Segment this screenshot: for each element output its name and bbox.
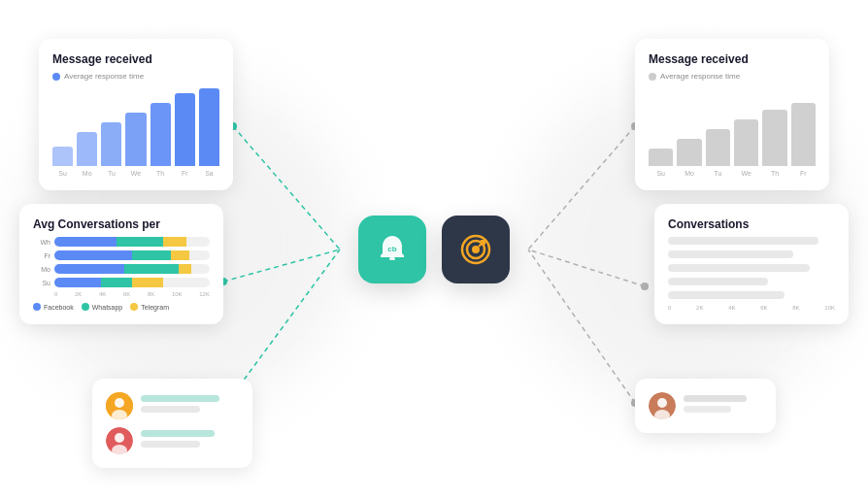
h-bar-row-2: Fr — [33, 250, 210, 260]
contact-lines-2 — [141, 430, 239, 451]
callbell-svg: cb — [375, 232, 410, 267]
legend-dot-facebook — [33, 303, 41, 311]
legend-dot-whatsapp — [82, 303, 89, 311]
card-title-msg-left: Message received — [52, 52, 219, 66]
card-title-msg-right: Message received — [649, 52, 816, 66]
main-scene: Message received Average response time S… — [0, 0, 868, 499]
chart-legend: Facebook Whatsapp Telegram — [33, 303, 210, 311]
card-avg-conversations-left: Avg Conversations per Wh Fr Mo — [19, 204, 223, 324]
bar-2 — [77, 132, 97, 166]
contact-line-r1a — [684, 395, 747, 402]
conv-bar-1 — [668, 237, 818, 245]
card-subtitle-msg-right: Average response time — [649, 72, 816, 81]
card-message-received-right: Message received Average response time S… — [635, 39, 829, 190]
bar-5 — [150, 103, 171, 166]
card-title-avg: Avg Conversations per — [33, 217, 210, 231]
conv-lines — [668, 237, 835, 299]
bar-r2 — [677, 139, 701, 166]
conv-line-row-2 — [668, 250, 835, 258]
svg-point-22 — [472, 246, 480, 253]
contact-row-1 — [106, 392, 239, 419]
card-contacts-right — [635, 379, 776, 433]
conv-bar-2 — [668, 250, 793, 258]
svg-text:cb: cb — [387, 245, 396, 253]
bar-6 — [175, 93, 195, 166]
bar-r5 — [762, 110, 786, 166]
card-contacts-left — [92, 379, 252, 468]
bar-7 — [199, 88, 219, 166]
svg-point-25 — [657, 398, 667, 408]
avatar-2 — [106, 427, 133, 454]
conv-line-row-3 — [668, 264, 835, 272]
contact-line-r1b — [684, 406, 731, 413]
h-bar-row-4: Su — [33, 278, 210, 287]
svg-point-13 — [115, 398, 124, 408]
infobip-svg — [456, 230, 495, 269]
h-bar-track-4 — [54, 278, 210, 287]
conv-bar-5 — [668, 291, 785, 299]
h-bar-row-1: Wh — [33, 237, 210, 247]
callbell-icon[interactable]: cb — [358, 216, 426, 283]
bar-3 — [101, 122, 121, 166]
contact-row-2 — [106, 427, 239, 454]
contact-lines-right-1 — [684, 395, 762, 416]
conv-line-row-4 — [668, 278, 835, 285]
legend-dot-telegram — [130, 303, 138, 311]
legend-telegram: Telegram — [130, 303, 169, 311]
svg-point-16 — [115, 433, 124, 443]
card-subtitle-msg-left: Average response time — [52, 72, 219, 81]
bar-r3 — [706, 129, 730, 166]
contact-line-1b — [141, 406, 200, 413]
bar-labels-right: Su Mo Tu We Th Fr — [649, 170, 816, 177]
legend-facebook: Facebook — [33, 303, 74, 311]
bar-chart-right — [649, 88, 816, 166]
h-bar-axis: 0 2K 4K 6K 8K 10K 12K — [33, 291, 210, 297]
legend-dot-blue — [52, 73, 60, 81]
h-bar-track-2 — [54, 250, 210, 260]
contact-line-2b — [141, 441, 200, 448]
bar-4 — [125, 113, 146, 166]
conv-line-row-1 — [668, 237, 835, 245]
conv-bar-3 — [668, 264, 810, 272]
svg-rect-18 — [389, 257, 395, 260]
bar-1 — [52, 147, 73, 166]
contact-line-2a — [141, 430, 215, 437]
center-connector: cb — [358, 216, 510, 283]
bar-labels-left: Su Mo Tu We Th Fr Sa — [52, 170, 219, 177]
avatar-icon-1 — [106, 392, 133, 419]
conv-line-row-5 — [668, 291, 835, 299]
bar-r1 — [649, 149, 673, 166]
h-bar-row-3: Mo — [33, 264, 210, 274]
avatar-right-1 — [649, 392, 676, 419]
avatar-icon-2 — [106, 427, 133, 454]
h-bar-track-3 — [54, 264, 210, 274]
conv-axis: 0 2K 4K 6K 8K 10K — [668, 305, 835, 311]
h-bar-chart: Wh Fr Mo — [33, 237, 210, 297]
bar-r6 — [791, 103, 816, 166]
card-title-conv: Conversations — [668, 217, 835, 231]
infobip-icon[interactable] — [442, 216, 510, 283]
contact-line-1a — [141, 395, 219, 402]
avatar-icon-right-1 — [649, 392, 676, 419]
legend-dot-grey — [649, 73, 656, 81]
card-message-received-left: Message received Average response time S… — [39, 39, 233, 190]
card-conversations-right: Conversations 0 2K 4K 6K 8K 10K — [654, 204, 849, 324]
contact-lines-1 — [141, 395, 239, 416]
h-bar-track-1 — [54, 237, 210, 247]
legend-whatsapp: Whatsapp — [82, 303, 123, 311]
avatar-1 — [106, 392, 133, 419]
conv-bar-4 — [668, 278, 768, 285]
bar-chart-left — [52, 88, 219, 166]
bar-r4 — [734, 119, 758, 166]
contact-row-right-1 — [649, 392, 762, 419]
